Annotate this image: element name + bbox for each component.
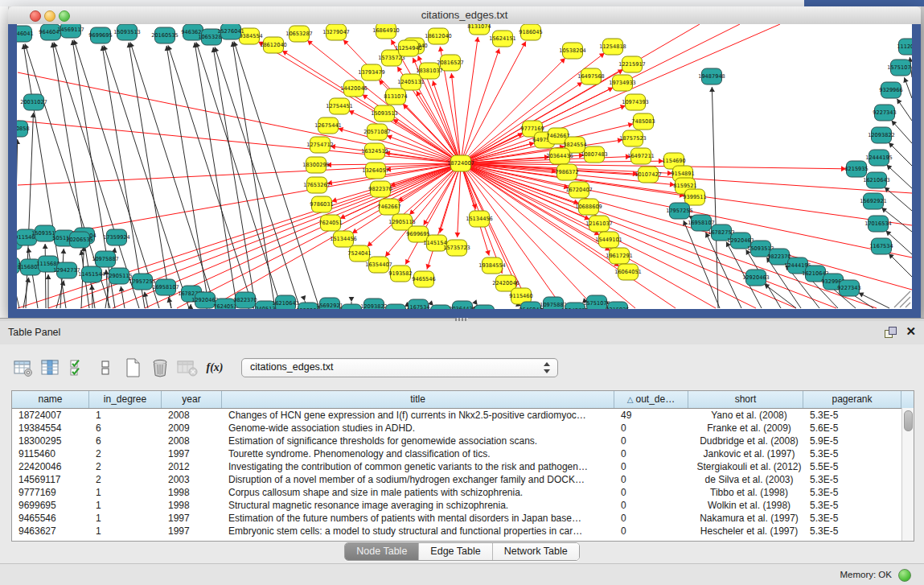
graph-node[interactable]: 16497568 (577, 68, 605, 84)
graph-node[interactable]: 7624051 (318, 215, 342, 231)
graph-node[interactable]: 18724007 (447, 155, 474, 171)
graph-node[interactable]: 16864910 (372, 24, 400, 39)
graph-node[interactable]: 12675441 (314, 117, 342, 134)
graph-node[interactable]: 16210643 (863, 172, 890, 188)
graph-node[interactable]: 1167534 (869, 238, 893, 254)
row-height-icon[interactable] (93, 356, 117, 379)
graph-node[interactable]: 16720407 (565, 182, 593, 198)
column-header-pagerank[interactable]: pagerank (803, 391, 901, 408)
graph-node[interactable]: 12093822 (868, 127, 895, 143)
graph-node[interactable]: 17653267 (303, 177, 331, 193)
graph-node[interactable]: 20206535 (66, 232, 93, 248)
graph-node[interactable]: 16324519 (361, 143, 388, 159)
new-column-icon[interactable] (121, 356, 145, 379)
graph-node[interactable]: 16958107 (152, 279, 179, 295)
tab-edge-table[interactable]: Edge Table (419, 543, 492, 560)
graph-node[interactable]: 14569117 (57, 24, 84, 38)
float-panel-icon[interactable] (885, 327, 896, 338)
graph-node[interactable]: 7485083 (631, 113, 655, 130)
tab-node-table[interactable]: Node Table (345, 543, 419, 560)
graph-node[interactable]: 9822370 (368, 181, 392, 197)
table-row[interactable]: 911546021997Tourette syndrome. Phenomeno… (12, 447, 914, 460)
graph-node[interactable]: 12942737 (53, 262, 80, 278)
graph-node[interactable]: 16958107 (688, 215, 715, 231)
graph-node[interactable]: 18757523 (619, 130, 647, 146)
graph-node[interactable]: 9193582 (388, 266, 412, 282)
graph-node[interactable]: 15134456 (330, 231, 357, 247)
graph-node[interactable]: 10653287 (285, 26, 313, 42)
graph-node[interactable]: 13793479 (358, 64, 385, 80)
graph-node[interactable]: 9699695 (88, 27, 112, 43)
graph-node[interactable]: 7986372 (555, 164, 578, 180)
graph-node[interactable]: 10688609 (575, 199, 602, 215)
graph-node[interactable]: 15134456 (466, 211, 493, 227)
resize-grip-icon[interactable] (906, 303, 910, 307)
graph-node[interactable]: 19734933 (609, 75, 636, 91)
graph-node[interactable]: 17016534 (864, 216, 892, 232)
graph-node[interactable]: 9329966 (879, 82, 902, 98)
graph-node[interactable]: 7462667 (377, 199, 400, 215)
graph-node[interactable]: 20571087 (363, 124, 391, 140)
graph-node[interactable]: 9186045 (519, 24, 542, 40)
graph-node[interactable]: 12215917 (618, 56, 646, 72)
graph-node[interactable]: 9463627 (472, 305, 495, 309)
graph-node[interactable]: 16064051 (614, 264, 642, 280)
network-canvas[interactable]: 1872400718612040112549401573572313793479… (17, 24, 912, 309)
graph-node[interactable]: 10975887 (92, 251, 119, 267)
graph-node[interactable]: 20031027 (20, 94, 47, 110)
graph-node[interactable]: 11451544 (78, 266, 105, 282)
graph-node[interactable]: 16497211 (627, 148, 655, 164)
graph-node[interactable]: 14420046 (340, 80, 368, 97)
graph-node[interactable]: 9227343 (384, 304, 407, 309)
graph-node[interactable]: 11254940 (395, 40, 422, 56)
graph-node[interactable]: 8131074 (384, 89, 407, 105)
graph-node[interactable]: 8650858 (17, 121, 30, 137)
delete-columns-icon[interactable] (148, 356, 172, 379)
graph-node[interactable]: 2646041 (17, 26, 34, 42)
table-row[interactable]: 946554611997Estimation of the future num… (12, 512, 914, 525)
table-row[interactable]: 2242004622012Investigating the contribut… (12, 460, 914, 473)
graph-node[interactable]: 12161037 (585, 216, 613, 232)
graph-node[interactable]: 15751074 (887, 60, 912, 76)
graph-node[interactable]: 15692921 (316, 298, 343, 309)
table-row[interactable]: 1830029562008Estimation of significance … (12, 435, 914, 447)
graph-node[interactable]: 10807483 (581, 146, 608, 163)
table-select-dropdown[interactable]: citations_edges.txt (241, 358, 558, 377)
graph-node[interactable]: 12754712 (306, 137, 334, 153)
graph-node[interactable]: 18612040 (260, 37, 287, 53)
column-header-title[interactable]: title (222, 391, 614, 408)
graph-node[interactable]: 8215935 (844, 161, 868, 177)
graph-node[interactable]: 10538204 (559, 43, 586, 59)
graph-node[interactable]: 13264057 (362, 163, 389, 179)
function-builder-icon[interactable]: f(x) (203, 356, 227, 379)
column-header-name[interactable]: name (12, 391, 89, 408)
graph-node[interactable]: 15093513 (371, 105, 398, 122)
table-row[interactable]: 969969511998Structural magnetic resonanc… (12, 499, 914, 512)
scrollbar-thumb[interactable] (904, 410, 913, 431)
table-row[interactable]: 1938455462009Genome-wide association stu… (12, 422, 914, 435)
graph-node[interactable]: 19617291 (606, 248, 633, 264)
graph-node[interactable]: 15624151 (489, 31, 516, 47)
graph-node[interactable]: 15276041 (217, 24, 244, 39)
close-panel-icon[interactable]: ✕ (906, 324, 916, 339)
table-row[interactable]: 946362711997Embryonic stem cells: a mode… (12, 525, 914, 538)
graph-node[interactable]: 10107427 (634, 167, 662, 183)
graph-node[interactable]: 12754451 (326, 98, 353, 114)
graph-node[interactable]: 10974393 (622, 94, 649, 110)
graph-node[interactable]: 15735723 (443, 240, 470, 256)
graph-node[interactable]: 15093513 (113, 24, 141, 40)
graph-node[interactable]: 7524041 (347, 245, 371, 262)
graph-node[interactable]: 20160535 (151, 27, 179, 43)
table-row[interactable]: 977716911998Corpus callosum shape and si… (12, 486, 914, 499)
tab-network-table[interactable]: Network Table (493, 543, 579, 560)
graph-node[interactable]: 9227343 (837, 280, 860, 296)
graph-node[interactable]: 15449101 (595, 232, 622, 248)
graph-node[interactable]: 9786031 (310, 196, 333, 212)
graph-node[interactable]: 19487948 (698, 68, 725, 84)
table-mode-icon[interactable] (11, 356, 35, 379)
graph-node[interactable]: 12444195 (865, 150, 893, 166)
graph-node[interactable]: 8131074 (467, 24, 491, 35)
graph-node[interactable]: 20364436 (546, 148, 573, 164)
graph-node[interactable]: 8215935 (606, 302, 629, 309)
graph-node[interactable]: 9465546 (412, 271, 435, 287)
